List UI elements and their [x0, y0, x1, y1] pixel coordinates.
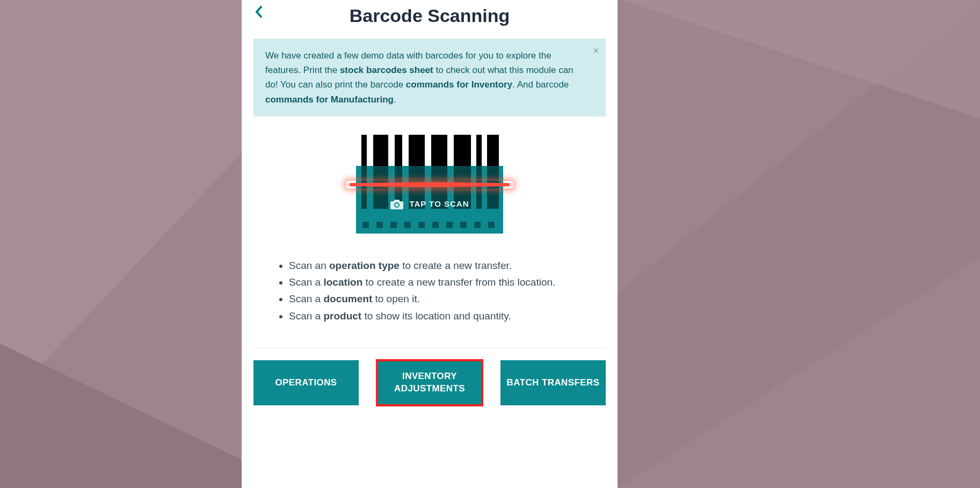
- link-stock-barcodes-sheet[interactable]: stock barcodes sheet: [340, 65, 433, 75]
- chevron-left-icon: [255, 6, 263, 18]
- svg-rect-27: [446, 222, 453, 228]
- instruction-item: Scan a location to create a new transfer…: [289, 274, 585, 290]
- svg-rect-12: [487, 135, 499, 166]
- camera-icon: [390, 198, 404, 210]
- svg-rect-29: [474, 222, 481, 228]
- link-commands-inventory[interactable]: commands for Inventory: [406, 79, 512, 90]
- close-icon: ×: [593, 45, 599, 56]
- operations-button[interactable]: OPERATIONS: [253, 360, 359, 405]
- alert-text-3: . And barcode: [512, 79, 569, 90]
- alert-text-4: .: [394, 94, 396, 105]
- alert-close-button[interactable]: ×: [593, 45, 599, 56]
- tap-to-scan-row: TAP TO SCAN: [356, 198, 503, 210]
- svg-rect-25: [418, 222, 425, 228]
- instruction-item: Scan an operation type to create a new t…: [289, 257, 585, 274]
- svg-rect-28: [460, 222, 467, 228]
- page-title: Barcode Scanning: [350, 4, 510, 26]
- divider: [253, 348, 606, 348]
- instructions-list: Scan an operation type to create a new t…: [274, 257, 585, 324]
- svg-rect-24: [404, 222, 411, 228]
- svg-rect-23: [390, 222, 397, 228]
- svg-rect-7: [395, 135, 402, 166]
- instruction-item: Scan a product to show its location and …: [289, 308, 585, 324]
- inventory-adjustments-button[interactable]: INVENTORY ADJUSTMENTS: [377, 360, 482, 405]
- svg-point-32: [395, 203, 398, 207]
- svg-rect-11: [476, 135, 482, 166]
- demo-alert: We have created a few demo data with bar…: [253, 39, 606, 116]
- instruction-item: Scan a document to open it.: [289, 290, 585, 307]
- svg-rect-22: [376, 222, 383, 228]
- svg-rect-10: [454, 135, 471, 166]
- svg-rect-6: [373, 135, 388, 166]
- header: Barcode Scanning: [242, 0, 618, 30]
- svg-rect-8: [409, 135, 425, 166]
- svg-rect-9: [431, 135, 447, 166]
- scan-area[interactable]: TAP TO SCAN: [356, 135, 503, 234]
- svg-rect-21: [362, 222, 369, 228]
- link-commands-manufacturing[interactable]: commands for Manufacturing: [265, 94, 394, 105]
- back-button[interactable]: [251, 4, 266, 19]
- svg-rect-26: [432, 222, 439, 228]
- tap-to-scan-label: TAP TO SCAN: [409, 199, 469, 208]
- batch-transfers-button[interactable]: BATCH TRANSFERS: [500, 360, 606, 405]
- svg-rect-5: [361, 135, 367, 166]
- action-button-row: OPERATIONS INVENTORY ADJUSTMENTS BATCH T…: [253, 360, 606, 405]
- svg-rect-30: [488, 222, 495, 228]
- scan-laser-line: [350, 183, 510, 186]
- main-card: Barcode Scanning We have created a few d…: [242, 0, 618, 488]
